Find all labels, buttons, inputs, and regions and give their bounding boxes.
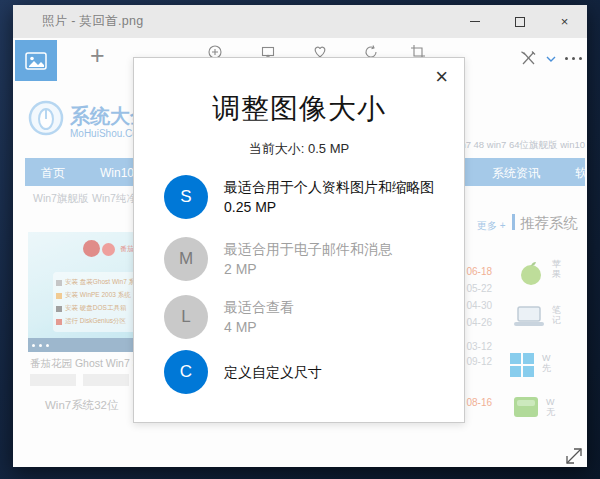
close-button[interactable]: × bbox=[542, 5, 587, 38]
minimize-icon bbox=[470, 21, 480, 22]
edit-icon[interactable] bbox=[520, 50, 537, 67]
sidebar-item-apple[interactable]: 苹果 bbox=[518, 259, 563, 287]
size-option-medium[interactable]: M 最适合用于电子邮件和消息 2 MP bbox=[164, 235, 446, 283]
option-description: 最适合查看 bbox=[224, 297, 294, 317]
win7-thumbnail-image[interactable]: 番茄花园 安装 盘装Ghost Win7 系统 安装 WinPE 2003 系统… bbox=[28, 232, 146, 352]
thumb-taskbar bbox=[28, 338, 146, 352]
size-badge-m: M bbox=[164, 237, 208, 281]
current-size-label: 当前大小: 0.5 MP bbox=[134, 140, 464, 158]
nav-home[interactable]: 首页 bbox=[41, 165, 65, 182]
picture-icon bbox=[25, 52, 47, 70]
photos-app-window: 照片 - 莫回首.png × + bbox=[13, 5, 587, 467]
menu-bullet-icon bbox=[56, 306, 62, 312]
subnav-win7-ultimate[interactable]: Win7旗舰版 bbox=[33, 192, 88, 206]
nav-soft[interactable]: 软 bbox=[575, 165, 587, 182]
sidebar-item-windows[interactable]: W先 bbox=[510, 353, 553, 377]
option-size: 4 MP bbox=[224, 317, 294, 337]
maximize-icon bbox=[515, 17, 525, 27]
sidebar-item-label: W先 bbox=[542, 353, 553, 373]
recommended-systems-title: 推荐系统 bbox=[520, 214, 578, 233]
dialog-title: 调整图像大小 bbox=[134, 90, 464, 128]
option-size: 0.25 MP bbox=[224, 197, 434, 217]
menu-bullet-icon bbox=[56, 319, 62, 325]
close-icon: × bbox=[561, 14, 569, 29]
menu-item: 运行 DiskGenius分区 bbox=[65, 317, 126, 326]
window-title: 照片 - 莫回首.png bbox=[42, 13, 144, 30]
chevron-down-icon[interactable] bbox=[546, 56, 556, 62]
see-more-button[interactable] bbox=[565, 57, 582, 60]
size-option-custom[interactable]: C 定义自定义尺寸 bbox=[164, 348, 446, 396]
resize-image-dialog: × 调整图像大小 当前大小: 0.5 MP S 最适合用于个人资料图片和缩略图 … bbox=[133, 57, 465, 423]
apple-icon bbox=[518, 259, 544, 287]
ghost-system-icon bbox=[514, 397, 538, 417]
sidebar-accent-bar bbox=[512, 214, 515, 230]
window-controls: × bbox=[452, 5, 587, 38]
size-badge-l: L bbox=[164, 295, 208, 339]
size-badge-s: S bbox=[164, 175, 208, 219]
nav-news[interactable]: 系统资讯 bbox=[492, 165, 540, 182]
sidebar-item-ghost[interactable]: W无 bbox=[514, 397, 557, 417]
sidebar-item-label: 苹果 bbox=[552, 259, 563, 279]
download-button-placeholder[interactable] bbox=[30, 374, 76, 386]
size-option-small[interactable]: S 最适合用于个人资料图片和缩略图 0.25 MP bbox=[164, 173, 446, 221]
download-button-placeholder[interactable] bbox=[83, 374, 129, 386]
sidebar-item-laptop[interactable]: 笔记 bbox=[514, 305, 563, 328]
sidebar-item-label: W无 bbox=[546, 397, 557, 417]
mascot-figure-icon bbox=[83, 240, 100, 257]
menu-bullet-icon bbox=[56, 293, 62, 299]
thumbnail-caption[interactable]: 番茄花园 Ghost Win7 32位 纯净版 bbox=[30, 357, 148, 371]
menu-item: 安装 硬盘DOS工具箱 bbox=[65, 304, 126, 313]
size-badge-c: C bbox=[164, 350, 208, 394]
menu-item: 安装 盘装Ghost Win7 系统 bbox=[65, 278, 142, 287]
menu-bullet-icon bbox=[56, 280, 62, 286]
size-option-large[interactable]: L 最适合查看 4 MP bbox=[164, 293, 446, 341]
windows-logo-icon bbox=[510, 353, 534, 377]
site-logo-mouse-icon bbox=[28, 100, 64, 136]
ghost-boot-menu: 安装 盘装Ghost Win7 系统 安装 WinPE 2003 系统 安装 硬… bbox=[53, 272, 145, 332]
resize-diagonal-icon[interactable] bbox=[563, 445, 585, 467]
option-description: 最适合用于电子邮件和消息 bbox=[224, 239, 392, 259]
option-description: 定义自定义尺寸 bbox=[224, 362, 322, 382]
mascot-figure-icon bbox=[102, 243, 115, 256]
laptop-icon bbox=[514, 305, 544, 328]
sidebar-item-label: 笔记 bbox=[552, 305, 563, 325]
menu-item: 安装 WinPE 2003 系统 bbox=[65, 291, 131, 300]
more-link[interactable]: 更多 + bbox=[477, 219, 506, 233]
category-label[interactable]: Win7系统32位 bbox=[45, 398, 119, 413]
select-photo-button[interactable] bbox=[15, 40, 57, 81]
titlebar[interactable]: 照片 - 莫回首.png × bbox=[13, 5, 587, 38]
maximize-button[interactable] bbox=[497, 5, 542, 38]
dialog-close-button[interactable]: × bbox=[431, 62, 452, 92]
option-size: 2 MP bbox=[224, 259, 392, 279]
add-button[interactable]: + bbox=[90, 41, 105, 70]
site-domain: MoHuiShou.Co bbox=[70, 128, 138, 139]
option-description: 最适合用于个人资料图片和缩略图 bbox=[224, 177, 434, 197]
minimize-button[interactable] bbox=[452, 5, 497, 38]
desktop-background: 照片 - 莫回首.png × + bbox=[0, 0, 600, 479]
